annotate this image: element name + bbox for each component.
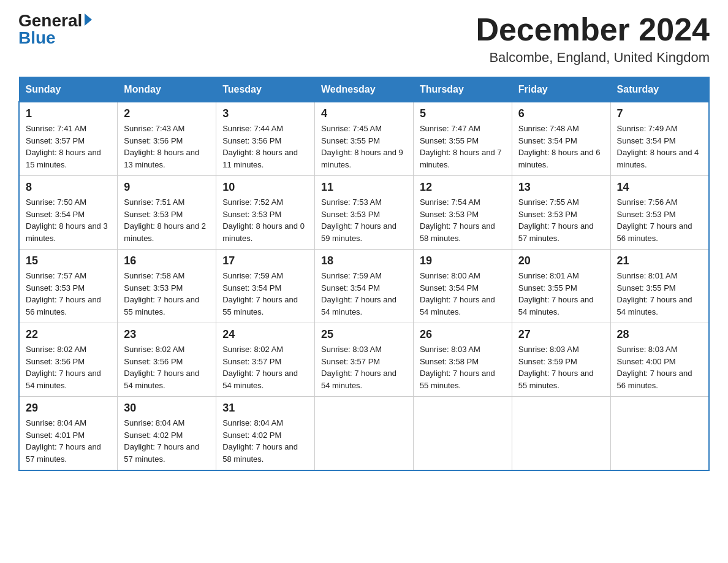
column-header-sunday: Sunday	[19, 77, 118, 102]
calendar-cell: 6 Sunrise: 7:48 AMSunset: 3:54 PMDayligh…	[512, 102, 610, 176]
day-info: Sunrise: 8:03 AMSunset: 3:59 PMDaylight:…	[518, 343, 604, 391]
day-info: Sunrise: 7:47 AMSunset: 3:55 PMDaylight:…	[420, 123, 506, 170]
calendar-cell: 12 Sunrise: 7:54 AMSunset: 3:53 PMDaylig…	[413, 176, 512, 250]
day-number: 2	[124, 107, 210, 120]
calendar-cell: 22 Sunrise: 8:02 AMSunset: 3:56 PMDaylig…	[19, 323, 118, 397]
day-info: Sunrise: 8:03 AMSunset: 3:57 PMDaylight:…	[321, 343, 407, 391]
calendar-cell: 16 Sunrise: 7:58 AMSunset: 3:53 PMDaylig…	[118, 250, 216, 323]
calendar-cell: 31 Sunrise: 8:04 AMSunset: 4:02 PMDaylig…	[216, 397, 315, 471]
calendar-cell: 14 Sunrise: 7:56 AMSunset: 3:53 PMDaylig…	[610, 176, 709, 250]
calendar-body: 1 Sunrise: 7:41 AMSunset: 3:57 PMDayligh…	[19, 102, 709, 470]
day-info: Sunrise: 7:48 AMSunset: 3:54 PMDaylight:…	[518, 123, 604, 170]
day-info: Sunrise: 7:57 AMSunset: 3:53 PMDaylight:…	[26, 270, 111, 318]
logo-blue-text: Blue	[18, 29, 56, 47]
calendar-cell: 15 Sunrise: 7:57 AMSunset: 3:53 PMDaylig…	[19, 250, 118, 323]
logo-general-text: General	[18, 12, 82, 29]
calendar-week-2: 8 Sunrise: 7:50 AMSunset: 3:54 PMDayligh…	[19, 176, 709, 250]
calendar-cell	[610, 397, 709, 471]
day-info: Sunrise: 7:45 AMSunset: 3:55 PMDaylight:…	[321, 123, 407, 170]
calendar-cell: 26 Sunrise: 8:03 AMSunset: 3:58 PMDaylig…	[413, 323, 512, 397]
day-number: 12	[420, 181, 506, 194]
calendar-cell: 23 Sunrise: 8:02 AMSunset: 3:56 PMDaylig…	[118, 323, 216, 397]
calendar-cell: 27 Sunrise: 8:03 AMSunset: 3:59 PMDaylig…	[512, 323, 610, 397]
day-number: 4	[321, 107, 407, 120]
calendar-cell: 10 Sunrise: 7:52 AMSunset: 3:53 PMDaylig…	[216, 176, 315, 250]
calendar-cell: 2 Sunrise: 7:43 AMSunset: 3:56 PMDayligh…	[118, 102, 216, 176]
month-title: December 2024	[476, 12, 710, 47]
day-number: 13	[518, 181, 604, 194]
day-info: Sunrise: 8:02 AMSunset: 3:57 PMDaylight:…	[222, 343, 308, 391]
day-info: Sunrise: 8:00 AMSunset: 3:54 PMDaylight:…	[420, 270, 506, 318]
calendar-header: SundayMondayTuesdayWednesdayThursdayFrid…	[19, 77, 709, 102]
calendar-cell: 19 Sunrise: 8:00 AMSunset: 3:54 PMDaylig…	[413, 250, 512, 323]
day-number: 29	[26, 402, 111, 415]
day-number: 24	[222, 328, 308, 341]
day-info: Sunrise: 7:43 AMSunset: 3:56 PMDaylight:…	[124, 123, 210, 170]
title-section: December 2024 Balcombe, England, United …	[476, 12, 710, 66]
day-info: Sunrise: 7:53 AMSunset: 3:53 PMDaylight:…	[321, 196, 407, 244]
day-info: Sunrise: 7:51 AMSunset: 3:53 PMDaylight:…	[124, 196, 210, 244]
day-number: 27	[518, 328, 604, 341]
day-number: 1	[26, 107, 111, 120]
day-number: 18	[321, 255, 407, 267]
calendar-cell: 25 Sunrise: 8:03 AMSunset: 3:57 PMDaylig…	[315, 323, 414, 397]
day-info: Sunrise: 7:44 AMSunset: 3:56 PMDaylight:…	[222, 123, 308, 170]
day-number: 28	[617, 328, 702, 341]
day-info: Sunrise: 7:59 AMSunset: 3:54 PMDaylight:…	[321, 270, 407, 318]
location-text: Balcombe, England, United Kingdom	[476, 50, 710, 66]
calendar-cell: 28 Sunrise: 8:03 AMSunset: 4:00 PMDaylig…	[610, 323, 709, 397]
day-info: Sunrise: 7:41 AMSunset: 3:57 PMDaylight:…	[26, 123, 111, 170]
day-number: 7	[617, 107, 702, 120]
calendar-cell: 3 Sunrise: 7:44 AMSunset: 3:56 PMDayligh…	[216, 102, 315, 176]
calendar-cell: 4 Sunrise: 7:45 AMSunset: 3:55 PMDayligh…	[315, 102, 414, 176]
day-number: 6	[518, 107, 604, 120]
day-number: 25	[321, 328, 407, 341]
day-info: Sunrise: 8:02 AMSunset: 3:56 PMDaylight:…	[26, 343, 111, 391]
calendar-cell	[413, 397, 512, 471]
day-number: 30	[124, 402, 210, 415]
calendar-week-1: 1 Sunrise: 7:41 AMSunset: 3:57 PMDayligh…	[19, 102, 709, 176]
day-number: 21	[617, 255, 702, 267]
day-number: 17	[222, 255, 308, 267]
column-header-friday: Friday	[512, 77, 610, 102]
calendar-cell	[512, 397, 610, 471]
calendar-cell: 7 Sunrise: 7:49 AMSunset: 3:54 PMDayligh…	[610, 102, 709, 176]
day-info: Sunrise: 7:50 AMSunset: 3:54 PMDaylight:…	[26, 196, 111, 244]
column-header-thursday: Thursday	[413, 77, 512, 102]
page-header: General Blue December 2024 Balcombe, Eng…	[18, 12, 710, 66]
calendar-week-3: 15 Sunrise: 7:57 AMSunset: 3:53 PMDaylig…	[19, 250, 709, 323]
day-info: Sunrise: 7:56 AMSunset: 3:53 PMDaylight:…	[617, 196, 702, 244]
day-info: Sunrise: 8:01 AMSunset: 3:55 PMDaylight:…	[617, 270, 702, 318]
day-number: 31	[222, 402, 308, 415]
calendar-cell: 9 Sunrise: 7:51 AMSunset: 3:53 PMDayligh…	[118, 176, 216, 250]
calendar-cell	[315, 397, 414, 471]
day-number: 19	[420, 255, 506, 267]
day-number: 15	[26, 255, 111, 267]
day-number: 10	[222, 181, 308, 194]
calendar-week-5: 29 Sunrise: 8:04 AMSunset: 4:01 PMDaylig…	[19, 397, 709, 471]
calendar-cell: 17 Sunrise: 7:59 AMSunset: 3:54 PMDaylig…	[216, 250, 315, 323]
day-number: 8	[26, 181, 111, 194]
day-number: 20	[518, 255, 604, 267]
day-number: 5	[420, 107, 506, 120]
calendar-cell: 5 Sunrise: 7:47 AMSunset: 3:55 PMDayligh…	[413, 102, 512, 176]
day-number: 16	[124, 255, 210, 267]
day-info: Sunrise: 7:52 AMSunset: 3:53 PMDaylight:…	[222, 196, 308, 244]
column-header-monday: Monday	[118, 77, 216, 102]
day-number: 26	[420, 328, 506, 341]
day-info: Sunrise: 8:04 AMSunset: 4:01 PMDaylight:…	[26, 417, 111, 465]
calendar-cell: 1 Sunrise: 7:41 AMSunset: 3:57 PMDayligh…	[19, 102, 118, 176]
day-info: Sunrise: 7:55 AMSunset: 3:53 PMDaylight:…	[518, 196, 604, 244]
column-header-saturday: Saturday	[610, 77, 709, 102]
calendar-cell: 24 Sunrise: 8:02 AMSunset: 3:57 PMDaylig…	[216, 323, 315, 397]
day-info: Sunrise: 7:54 AMSunset: 3:53 PMDaylight:…	[420, 196, 506, 244]
day-number: 11	[321, 181, 407, 194]
calendar-cell: 20 Sunrise: 8:01 AMSunset: 3:55 PMDaylig…	[512, 250, 610, 323]
logo-arrow-icon	[85, 13, 92, 26]
column-header-wednesday: Wednesday	[315, 77, 414, 102]
day-number: 3	[222, 107, 308, 120]
calendar-cell: 11 Sunrise: 7:53 AMSunset: 3:53 PMDaylig…	[315, 176, 414, 250]
day-info: Sunrise: 8:03 AMSunset: 3:58 PMDaylight:…	[420, 343, 506, 391]
day-number: 14	[617, 181, 702, 194]
day-number: 9	[124, 181, 210, 194]
